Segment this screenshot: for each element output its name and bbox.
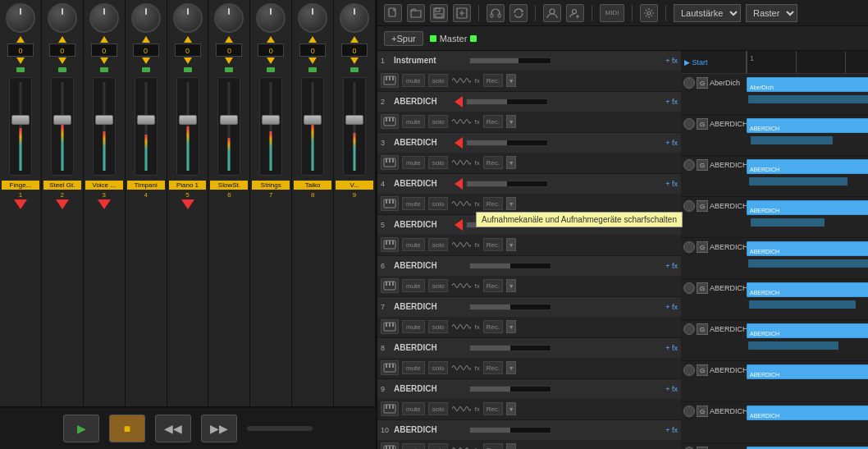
- clip-icon-circle-1[interactable]: [683, 77, 695, 89]
- track-vol-bar-6[interactable]: [469, 263, 551, 269]
- track-fx-plus-2[interactable]: + fx: [665, 98, 678, 106]
- stop-button[interactable]: ■: [109, 415, 145, 442]
- new-file-icon[interactable]: [384, 4, 402, 22]
- solo-button-8[interactable]: solo: [428, 361, 449, 374]
- clip-block-5-0[interactable]: ABERDICH: [747, 241, 868, 256]
- fader-1[interactable]: [9, 77, 32, 176]
- channel-vol-down-1[interactable]: [16, 57, 25, 64]
- solo-button-9[interactable]: solo: [428, 402, 449, 415]
- track-fx-plus-10[interactable]: + fx: [665, 426, 678, 434]
- channel-vol-down-2[interactable]: [58, 57, 66, 64]
- fx-button-1[interactable]: fx: [474, 77, 479, 85]
- track-vol-bar-4[interactable]: [466, 181, 548, 187]
- clip-icon-circle-9[interactable]: [683, 405, 695, 417]
- fx-button-2[interactable]: fx: [474, 118, 479, 126]
- fader-handle-8[interactable]: [304, 115, 322, 125]
- rec-dropdown-1[interactable]: ▼: [506, 74, 516, 87]
- clip-icon-g-3[interactable]: G: [697, 159, 708, 171]
- clip-block-4-0[interactable]: ABERDICH: [747, 200, 868, 215]
- fastforward-button[interactable]: ▶▶: [201, 415, 237, 442]
- rec-button-7[interactable]: Rec.: [483, 320, 503, 333]
- fader-8[interactable]: [301, 77, 324, 176]
- mute-button-5[interactable]: mute: [402, 238, 425, 251]
- fader-handle-3[interactable]: [95, 115, 113, 125]
- solo-button-4[interactable]: solo: [428, 197, 449, 210]
- solo-button-3[interactable]: solo: [428, 156, 449, 169]
- track-piano-icon-9[interactable]: [381, 401, 399, 416]
- volume-slider[interactable]: [247, 426, 313, 431]
- clip-icon-g-1[interactable]: G: [697, 77, 708, 89]
- clip-icon-g-5[interactable]: G: [697, 241, 708, 253]
- track-vol-bar-9[interactable]: [469, 386, 551, 392]
- mute-button-9[interactable]: mute: [402, 402, 425, 415]
- rec-dropdown-2[interactable]: ▼: [506, 115, 516, 128]
- channel-vol-down-8[interactable]: [308, 57, 317, 64]
- track-piano-icon-6[interactable]: [381, 278, 399, 293]
- track-fx-plus-9[interactable]: + fx: [665, 385, 678, 393]
- rec-button-9[interactable]: Rec.: [483, 402, 503, 415]
- rec-button-5[interactable]: Rec.: [483, 238, 503, 251]
- rewind-button[interactable]: ◀◀: [155, 415, 191, 442]
- rec-button-4[interactable]: Rec.: [483, 197, 503, 210]
- clip-icon-g-9[interactable]: G: [697, 405, 708, 417]
- rec-dropdown-7[interactable]: ▼: [506, 320, 516, 333]
- channel-vol-up-3[interactable]: [100, 36, 108, 43]
- fader-5[interactable]: [176, 77, 199, 176]
- mute-button-2[interactable]: mute: [402, 115, 425, 128]
- track-vol-bar-2[interactable]: [466, 99, 548, 105]
- midi-icon[interactable]: MIDI: [600, 4, 624, 22]
- solo-button-7[interactable]: solo: [428, 320, 449, 333]
- fader-6[interactable]: [217, 77, 240, 176]
- track-piano-icon-4[interactable]: [381, 196, 399, 211]
- fader-3[interactable]: [93, 77, 116, 176]
- track-fx-plus-1[interactable]: + fx: [665, 57, 678, 65]
- mute-button-4[interactable]: mute: [402, 197, 425, 210]
- track-fx-plus-7[interactable]: + fx: [665, 303, 678, 311]
- loop-icon[interactable]: [509, 4, 528, 22]
- rec-button-8[interactable]: Rec.: [483, 361, 503, 374]
- track-piano-icon-5[interactable]: [381, 237, 399, 252]
- clip-icon-g-8[interactable]: G: [697, 364, 708, 376]
- clip-icon-circle-7[interactable]: [683, 323, 695, 335]
- fader-7[interactable]: [259, 77, 282, 176]
- clip-icon-g-7[interactable]: G: [697, 323, 708, 335]
- channel-vol-up-8[interactable]: [308, 36, 317, 43]
- rec-dropdown-4[interactable]: ▼: [506, 197, 516, 210]
- track-fx-plus-3[interactable]: + fx: [665, 139, 678, 147]
- rec-dropdown-10[interactable]: ▼: [506, 443, 516, 449]
- channel-knob-7[interactable]: [256, 3, 286, 33]
- rec-dropdown-6[interactable]: ▼: [506, 279, 516, 292]
- channel-knob-1[interactable]: [6, 3, 35, 33]
- clip-block-9-0[interactable]: ABERDICH: [747, 405, 868, 420]
- track-fx-plus-6[interactable]: + fx: [665, 262, 678, 270]
- fx-button-4[interactable]: fx: [474, 200, 479, 208]
- clip-icon-circle-3[interactable]: [683, 159, 695, 171]
- channel-vol-up-9[interactable]: [350, 36, 359, 43]
- rec-button-10[interactable]: Rec.: [483, 443, 503, 449]
- useradd-icon[interactable]: [566, 4, 584, 22]
- solo-button-10[interactable]: solo: [428, 443, 449, 449]
- fader-handle-2[interactable]: [53, 115, 71, 125]
- clip-block-7-0[interactable]: ABERDICH: [747, 323, 868, 338]
- channel-vol-up-7[interactable]: [267, 36, 275, 43]
- track-fx-plus-8[interactable]: + fx: [665, 344, 678, 352]
- clip-icon-g-4[interactable]: G: [697, 200, 708, 212]
- track-vol-bar-8[interactable]: [469, 345, 551, 351]
- clip-icon-g-2[interactable]: G: [697, 118, 708, 130]
- clip-icon-circle-6[interactable]: [683, 282, 695, 294]
- clip-block-1-0[interactable]: AberDich: [747, 77, 868, 92]
- channel-vol-up-5[interactable]: [184, 36, 192, 43]
- fx-button-9[interactable]: fx: [474, 405, 479, 413]
- rec-button-3[interactable]: Rec.: [483, 156, 503, 169]
- rec-dropdown-8[interactable]: ▼: [506, 361, 516, 374]
- headphones-icon[interactable]: [487, 4, 505, 22]
- solo-button-2[interactable]: solo: [428, 115, 449, 128]
- rec-dropdown-5[interactable]: ▼: [506, 238, 516, 251]
- volume-select[interactable]: Lautstärke: [674, 4, 741, 22]
- rec-button-2[interactable]: Rec.: [483, 115, 503, 128]
- fx-button-5[interactable]: fx: [474, 241, 479, 249]
- mute-button-1[interactable]: mute: [402, 74, 425, 87]
- channel-knob-5[interactable]: [173, 3, 203, 33]
- clip-block-8-0[interactable]: ABERDICH: [747, 364, 868, 379]
- fx-button-7[interactable]: fx: [474, 323, 479, 331]
